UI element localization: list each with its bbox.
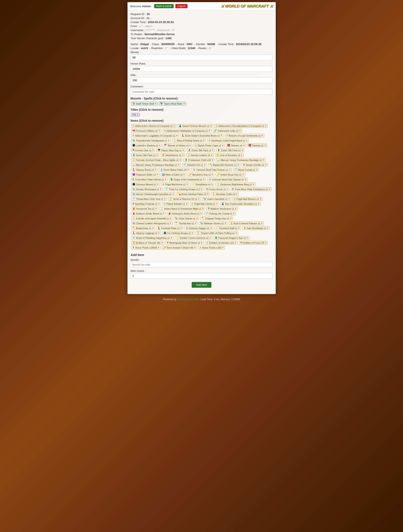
item-tag-item-71[interactable]: 🪓Chipped Timber Axe x1✕ (200, 216, 233, 220)
item-tag-item-56[interactable]: 📜Scroll of Stamina VII x1✕ (168, 197, 201, 201)
item-tag-item-32[interactable]: ⚙Simple Grinder x1✕ (242, 163, 268, 167)
item-tag-item-65[interactable]: ⚗Maldinis Vambraces x1✕ (206, 207, 238, 210)
item-tag-item-6[interactable]: 🔗Collarwarth Links x1✕ (213, 129, 242, 133)
money-input[interactable] (131, 55, 273, 60)
item-tag-item-61[interactable]: ⚔Frigid Mail Circlet x1✕ (190, 202, 219, 206)
item-count-input[interactable] (131, 273, 273, 279)
item-tag-item-45[interactable]: ⚔Frigid Mail Armor x1✕ (161, 183, 189, 186)
item-tag-item-21[interactable]: 🧵Green Silk Pack x1✕ (216, 148, 244, 152)
honor-input[interactable] (131, 66, 273, 72)
item-tag-item-19[interactable]: 👦Papa's New Dog x1✕ (156, 148, 185, 152)
item-tag-item-70[interactable]: 🧤Vizier Gloves x1✕ (174, 216, 199, 220)
item-tag-item-88[interactable]: ❄Wintergrasp Mark of Honor x1✕ (165, 241, 204, 245)
item-tag-item-83[interactable]: 📜Tinwari's Bills of Silver Puffing x1✕ (196, 231, 238, 235)
item-tag-item-28[interactable]: 📖Manual: Heavy Frostweave Bandage x1✕ (216, 158, 266, 162)
item-tag-item-14[interactable]: 🚩Banner of Victory x1✕ (163, 144, 192, 147)
item-tag-item-81[interactable]: 👢Vileprey Leggings x1✕ (131, 231, 161, 235)
item-tag-item-76[interactable]: 🪓Beaked Axe x1✕ (131, 226, 155, 230)
item-tag-item-85[interactable]: ✨Greater Cosmic Essence x2✕ (175, 236, 212, 240)
item-tag-item-93[interactable]: ⚔Arena Points x100✕ (198, 246, 225, 249)
item-tag-item-60[interactable]: 🛡Plated Bulwark x1✕ (162, 202, 189, 206)
item-tag-item-27[interactable]: 🧵Frostweave Cloth x16✕ (183, 158, 214, 162)
item-tag-item-1[interactable]: ⚔Hellscream's Helmet of Conquest x1✕ (131, 124, 176, 128)
item-tag-item-75[interactable]: 💪Rust-Covered Polearm x1✕ (229, 222, 264, 225)
item-tag-item-49[interactable]: 👕Thick Fur Clothing Scraps x17✕ (164, 187, 204, 191)
item-tag-item-79[interactable]: 🪄Promised Staff x1✕ (214, 226, 241, 230)
item-tag-item-48[interactable]: 🧤Ghostly Wristwraps x1✕ (131, 187, 163, 191)
item-tag-item-41[interactable]: ⛑Frost-Worn Plate Helmet x1✕ (131, 178, 168, 181)
logout-button[interactable]: Logout (175, 4, 187, 8)
item-tag-item-50[interactable]: ❄Frozen Armor x1✕ (205, 187, 229, 191)
title-tag-title-741[interactable]: 741✕ (131, 113, 140, 116)
item-tag-item-11[interactable]: 💍Ring of Rotting Sinew x1✕ (172, 139, 206, 142)
item-tag-item-7[interactable]: ⚔Hellscream's Legplates of Conquest x1✕ (131, 134, 179, 137)
item-tag-item-20[interactable]: 🧵Green Silk Pack x1✕ (186, 148, 215, 152)
item-tag-item-80[interactable]: 🗡Sael Shortblade x1✕ (242, 226, 270, 230)
item-tag-item-8[interactable]: 👢Bone Drake's Enameled Boots x1✕ (180, 134, 224, 137)
item-tag-item-86[interactable]: 🐉Fractured Dragon's Eye x1✕ (213, 236, 250, 240)
comment-input[interactable] (131, 89, 273, 95)
item-tag-item-10[interactable]: 🧤Thranatrender Handguards x1✕ (131, 139, 171, 142)
item-tag-item-54[interactable]: 🐍Nerubian Chitin x2✕ (211, 192, 239, 196)
item-tag-item-5[interactable]: ⚔Hellscream's Battleplate of Conquest x1… (163, 129, 211, 133)
item-tag-item-63[interactable]: 🍯Honeymint Tea x1✕ (131, 207, 158, 210)
item-tag-item-90[interactable]: ❄Emblem of Frost x78✕ (239, 241, 268, 245)
item-tag-item-55[interactable]: 👕Thread-Bare Cloth Vest x1✕ (131, 197, 167, 201)
item-tag-item-47[interactable]: 💍Dexterous Brightstone Ring x1✕ (215, 183, 256, 186)
item-tag-item-2[interactable]: 👗Sweet Perfume Brooch x1✕ (178, 124, 213, 128)
item-tag-item-26[interactable]: 📜Formula: Enchant Cloak - Minor Agility … (131, 158, 182, 162)
item-tag-item-91[interactable]: 🎖Honor Points x24594✕ (131, 246, 161, 249)
item-tag-item-89[interactable]: ⚔Emblem of Heroism x21✕ (205, 241, 237, 245)
item-tag-item-25[interactable]: 🪙Coin of Ancestry x2✕ (215, 153, 243, 157)
item-tag-item-46[interactable]: ⚡Dreadstone x1✕ (191, 183, 214, 186)
item-tag-item-22[interactable]: 🧵Green Silk Pack x1✕ (131, 153, 160, 157)
item-tag-item-17[interactable]: 👹Deimios x1✕ (247, 144, 267, 147)
item-tag-item-23[interactable]: 🔥Hearthstone x1✕ (160, 153, 185, 157)
item-tag-item-68[interactable]: 💎Pulsing Life Crystal x1✕ (204, 212, 236, 215)
mount-tag-swift-timber-wolf[interactable]: 🐺Swift Timber Wolf✕ (131, 102, 158, 105)
mount-tag-tawny-wind-rider[interactable]: 🦅Tawny Wind Rider✕ (159, 102, 186, 105)
item-tag-item-12[interactable]: ⚔Saurfang's Cold-Forged Band x1✕ (207, 139, 249, 142)
item-tag-item-9[interactable]: 🛡Bracers of Lead Sentiments x1✕ (225, 134, 264, 137)
item-tag-item-18[interactable]: ❤Crimson Star x1✕ (131, 148, 155, 152)
item-tag-item-51[interactable]: ⛑Frost-Worn Plate Chestpiece x1✕ (231, 187, 271, 191)
item-tag-item-66[interactable]: 🩸Rotface's Acidic Blood x1✕ (131, 212, 166, 215)
item-tag-item-62[interactable]: 👗Very Fashionable Shoulders x1✕ (220, 202, 261, 206)
footer-link[interactable]: Masterking32.CoM (177, 298, 198, 301)
item-tag-item-34[interactable]: 💧Runic Mana Potion x5✕ (159, 168, 190, 171)
item-tag-item-53[interactable]: 💊Runic Healing Potion x3✕ (177, 192, 210, 196)
item-tag-item-78[interactable]: 🗡Ominous Dagger x1✕ (185, 226, 213, 230)
item-tag-item-44[interactable]: 🌑Ominous Mound x1✕ (131, 183, 160, 186)
item-tag-item-31[interactable]: 🔨Blacksmith Hammer x1✕ (208, 163, 240, 167)
item-tag-item-57[interactable]: 🧤Golem Gauntlets x1✕ (202, 197, 231, 201)
item-tag-item-69[interactable]: 💍A Girdle of Arrogant Downfall x1✕ (131, 216, 173, 220)
item-tag-item-15[interactable]: ⚔Stylish Power Cape x1✕ (193, 144, 225, 147)
item-tag-item-87[interactable]: 🏆Emblem of Triumph x51✕ (131, 241, 164, 245)
item-tag-item-73[interactable]: 🪓Taunka Axe x1✕ (174, 222, 198, 225)
item-tag-item-13[interactable]: 🌑Loatheb's Shadow x1✕ (131, 144, 162, 147)
item-tag-item-84[interactable]: 💎Shard of Pitiwitling Happiness x1✕ (131, 236, 173, 240)
item-tag-item-4[interactable]: 🎀Precious's Ribbon x1✕ (131, 129, 161, 133)
item-tag-item-52[interactable]: 🧤Heroes' Dreadnaught Gauntlets x1✕ (131, 192, 175, 196)
item-tag-item-38[interactable]: 🌍Mote of Earth x2✕ (161, 173, 186, 176)
item-tag-item-40[interactable]: 🔑Kolkar Booty Key x1✕ (216, 173, 245, 176)
item-tag-item-58[interactable]: ⚔Frigid Mail Bracers x1✕ (232, 197, 262, 201)
item-tag-item-24[interactable]: 📜Borean Leather x5✕ (186, 153, 214, 157)
item-tag-item-67[interactable]: 🩸Festergut's Acidic Blood x1✕ (167, 212, 203, 215)
item-tag-item-33[interactable]: 👢Vileprey Boots x1✕ (131, 168, 158, 171)
item-tag-item-29[interactable]: 📖Manual: Heavy Frostweave Bandage x1✕ (131, 163, 181, 167)
item-tag-item-36[interactable]: 💎Abyss Crystal x1✕ (233, 168, 259, 171)
item-tag-item-43[interactable]: 💀Colossal Skull-Clad Cleaver x1✕ (207, 178, 248, 181)
item-tag-item-77[interactable]: 👢Foothold Robe x1✕ (156, 226, 183, 230)
item-tag-item-64[interactable]: 💍Ashen Band of Unmatched Might x1✕ (159, 207, 205, 210)
itemid-input[interactable] (131, 262, 273, 268)
item-tag-item-30[interactable]: 💎Jeweler's Kit x1✕ (182, 163, 207, 167)
item-tag-item-16[interactable]: 👹Deimios x1✕ (226, 144, 246, 147)
kills-input[interactable] (131, 77, 273, 83)
item-tag-item-37[interactable]: 😈Felglacier Bolter x1✕ (131, 173, 160, 176)
item-tag-item-74[interactable]: 🧤Wildevar Gloves x1✕ (199, 222, 227, 225)
item-tag-item-82[interactable]: 🧥Fur Clothing Scraps x1✕ (162, 231, 194, 235)
item-tag-item-92[interactable]: 🔑Rune Keeper's Shard x49✕ (162, 246, 197, 249)
back-to-panel-button[interactable]: Back to panel (154, 4, 174, 8)
item-tag-item-42[interactable]: 🐉Drape of the Unreleased x1✕ (169, 178, 206, 181)
